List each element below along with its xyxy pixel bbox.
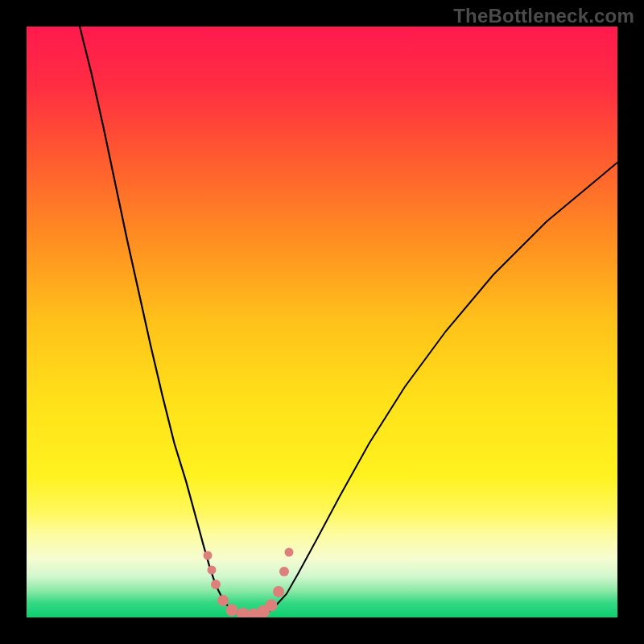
data-point — [203, 551, 212, 559]
data-point — [211, 580, 221, 589]
data-point — [217, 595, 229, 606]
data-point — [273, 586, 284, 597]
chart-frame: TheBottleneck.com — [0, 0, 644, 644]
plot-area — [27, 27, 617, 617]
data-point — [265, 599, 277, 611]
watermark-text: TheBottleneck.com — [453, 5, 634, 27]
data-point — [208, 566, 217, 575]
data-points-layer — [27, 27, 617, 617]
data-point — [284, 548, 293, 557]
data-point — [279, 567, 289, 576]
